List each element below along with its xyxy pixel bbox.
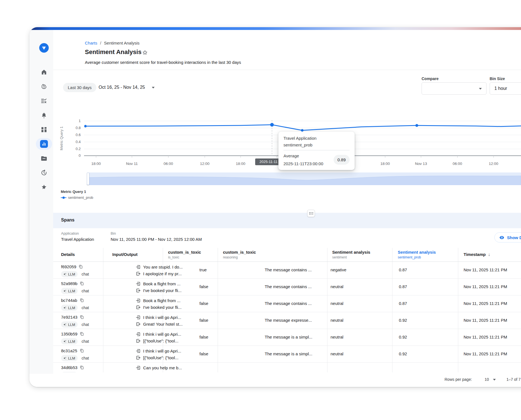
sidebar-item-home[interactable]: [41, 69, 47, 76]
column-header-timestamp[interactable]: Timestamp↓: [464, 252, 490, 257]
sidebar-item-charts-active[interactable]: [36, 138, 52, 150]
bin-size-select[interactable]: 1 hour: [490, 82, 521, 95]
brush-left-handle[interactable]: [87, 172, 89, 185]
span-id-cell: 8c31a25: [61, 348, 84, 353]
column-header-sentiment-prob[interactable]: Sentiment analysissentiment_prob: [398, 250, 436, 259]
table-row[interactable]: bc744ab LLM chat Book a flight fro: [53, 295, 521, 312]
copy-icon[interactable]: [80, 332, 84, 336]
page-title: Sentiment Analysis: [85, 48, 141, 56]
timestamp-cell: Nov 11, 2025 11:21 PM: [464, 301, 507, 306]
sentiment-prob-cell: 0.92: [399, 318, 407, 323]
bin-label: Bin: [111, 231, 116, 235]
series-marker-icon: [61, 196, 66, 199]
tooltip-application: Travel Application: [283, 136, 350, 141]
compare-select[interactable]: [422, 82, 487, 95]
copy-icon[interactable]: [79, 265, 83, 269]
legend-item[interactable]: sentiment_prob: [61, 195, 93, 200]
table-row[interactable]: 8c31a25 LLM chat I think i will go: [53, 346, 521, 363]
sentiment-prob-cell: 0.87: [399, 267, 407, 272]
sidebar-item-projects[interactable]: [41, 155, 47, 162]
svg-text:0.2: 0.2: [76, 147, 81, 151]
table-row[interactable]: 52a989b LLM chat Book a flight fro: [53, 279, 521, 295]
favorite-star-icon[interactable]: [142, 50, 148, 57]
output-text: I've booked your fli...: [143, 305, 182, 310]
column-header-custom-is-toxic-reasoning: custom_is_toxicreasoning: [223, 250, 256, 259]
gradient-accent-bar: [29, 27, 521, 30]
llm-badge: LLM: [61, 271, 78, 277]
is-toxic-cell: false: [199, 301, 208, 306]
date-range-dropdown[interactable]: Oct 16, 25 - Nov 14, 25: [99, 85, 145, 90]
is-toxic-cell: false: [199, 351, 208, 356]
sidebar-item-dashboards[interactable]: [41, 126, 47, 133]
sidebar-item-favorites[interactable]: [41, 184, 47, 190]
copy-icon[interactable]: [80, 281, 84, 286]
llm-badge: LLM: [61, 305, 78, 311]
app-window: FA Charts/Sentiment Analysis Sentiment A…: [29, 27, 521, 387]
svg-text:1: 1: [79, 119, 81, 123]
output-cell: I've booked your fli...: [136, 305, 182, 310]
output-text: Great! Your hotel st...: [143, 322, 183, 326]
input-cell: I think i will go Apri...: [136, 349, 181, 353]
is-toxic-cell: false: [199, 284, 208, 289]
reasoning-cell: The message is a simpl...: [265, 351, 312, 356]
sidebar-item-models[interactable]: [41, 83, 47, 90]
rows-per-page-select[interactable]: 10: [485, 377, 489, 382]
tooltip-stat-label: Average: [283, 153, 323, 158]
compare-label: Compare: [422, 76, 439, 81]
copy-icon[interactable]: [80, 349, 84, 353]
table-row[interactable]: 7e92143 LLM chat I think i will go: [53, 312, 521, 329]
svg-text:0: 0: [79, 153, 81, 158]
span-type-cell: LLM chat: [61, 372, 89, 372]
table-row[interactable]: 34d6b53 LLM chat Can you help me b: [53, 363, 521, 372]
svg-text:12:00: 12:00: [200, 162, 210, 166]
llm-badge: LLM: [61, 355, 78, 361]
span-id: bc744ab: [61, 298, 77, 303]
breadcrumb-charts-link[interactable]: Charts: [85, 41, 97, 45]
app-logo[interactable]: [39, 43, 49, 53]
sidebar-item-alerts[interactable]: [41, 112, 47, 119]
output-text: I've booked your fli...: [143, 288, 182, 293]
reasoning-cell: The message contains ...: [265, 301, 312, 306]
sidebar-item-history[interactable]: [41, 169, 47, 176]
input-cell: Can you help me b...: [136, 365, 182, 370]
bell-icon: [41, 112, 47, 119]
span-type-cell: LLM chat: [61, 321, 89, 328]
sparkle-icon: [63, 356, 67, 360]
sentiment-prob-cell: 0.92: [399, 351, 407, 356]
output-icon: [136, 355, 141, 360]
drag-dots-icon: [309, 212, 313, 215]
is-toxic-cell: false: [199, 335, 208, 339]
sidebar-item-evaluations[interactable]: [41, 97, 47, 104]
output-icon: [136, 271, 141, 276]
output-text: [{"toolUse": {"tool...: [143, 339, 178, 343]
chevron-down-icon[interactable]: [152, 87, 155, 88]
pagination-footer: Rows per page: 10 1–7 of 7: [29, 374, 521, 387]
table-row[interactable]: 1350b59 LLM chat I think i will go: [53, 329, 521, 346]
copy-icon[interactable]: [80, 315, 84, 319]
svg-text:18:00: 18:00: [236, 162, 245, 166]
span-id: 7e92143: [61, 315, 77, 319]
llm-badge: LLM: [61, 288, 78, 294]
chevron-down-icon[interactable]: [493, 379, 496, 381]
table-row[interactable]: f692059 LLM chat You are stupid. I: [53, 262, 521, 279]
svg-text:18:00: 18:00: [380, 162, 390, 166]
span-id: 8c31a25: [61, 348, 77, 353]
output-icon: [136, 322, 141, 326]
copy-icon[interactable]: [80, 365, 84, 370]
spans-table: Details Input/Output custom_is_toxicis_t…: [53, 248, 521, 372]
time-range-pill[interactable]: Last 30 days: [63, 83, 96, 92]
column-header-input-output: Input/Output: [112, 252, 138, 257]
llm-badge: LLM: [61, 338, 78, 344]
copy-icon[interactable]: [80, 298, 84, 302]
spans-table-body: f692059 LLM chat You are stupid. I: [53, 262, 521, 372]
panel-drag-handle[interactable]: [307, 210, 315, 217]
sentiment-prob-cell: 0.87: [399, 284, 407, 289]
sparkle-icon: [63, 289, 67, 293]
sentiment-prob-cell: 0.92: [399, 335, 407, 339]
llm-badge: LLM: [61, 321, 78, 328]
chart-brush-minimap[interactable]: [87, 172, 521, 185]
tooltip-divider: [283, 150, 350, 150]
svg-text:Nov 11: Nov 11: [126, 162, 138, 166]
show-details-button[interactable]: Show De: [494, 232, 521, 242]
input-text: Can you help me b...: [143, 365, 182, 370]
